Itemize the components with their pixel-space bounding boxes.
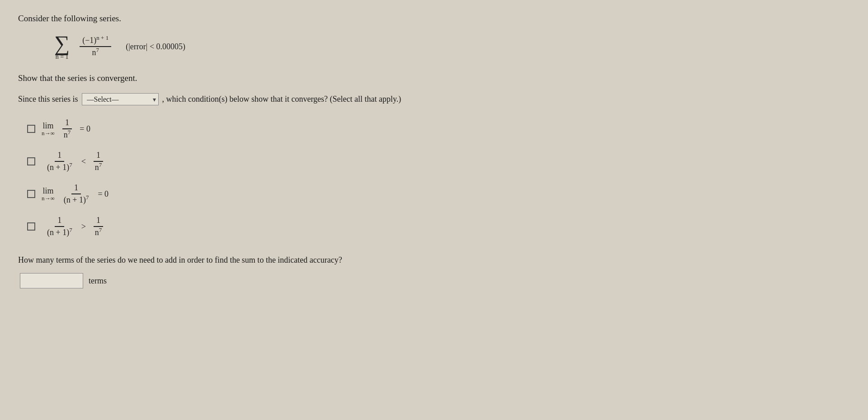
- checkbox-option1[interactable]: [27, 125, 35, 133]
- opt3-num: 1: [71, 183, 81, 194]
- since-suffix: , which condition(s) below show that it …: [162, 94, 401, 104]
- opt4-lhs-den-exp: 7: [69, 227, 72, 233]
- since-line: Since this series is —Select— alternatin…: [18, 93, 470, 105]
- math-expr-option4: 1 (n + 1)7 > 1 n7: [42, 216, 107, 237]
- math-expr-option2: 1 (n + 1)7 < 1 n7: [42, 151, 107, 172]
- opt2-rhs-num: 1: [94, 151, 103, 162]
- option-row-1: lim n→∞ 1 n7 = 0: [27, 118, 470, 140]
- opt2-lhs-fraction: 1 (n + 1)7: [44, 151, 75, 172]
- opt4-rhs-den-exp: 7: [99, 227, 102, 233]
- series-fraction: (−1)n + 1 n7: [80, 36, 111, 57]
- problem-intro: Consider the following series.: [18, 14, 470, 24]
- lim-block-1: lim n→∞: [42, 121, 55, 137]
- math-expr-option3: lim n→∞ 1 (n + 1)7 = 0: [42, 183, 108, 205]
- opt3-fraction: 1 (n + 1)7: [61, 183, 92, 205]
- opt2-rhs-den-exp: 7: [99, 161, 102, 168]
- opt4-rhs-fraction: 1 n7: [92, 216, 105, 237]
- opt3-den-exp: 7: [86, 194, 89, 201]
- opt2-lhs-den: (n + 1)7: [44, 162, 75, 172]
- opt1-equals: = 0: [80, 124, 90, 134]
- fraction-numerator: (−1)n + 1: [80, 36, 111, 47]
- option-row-2: 1 (n + 1)7 < 1 n7: [27, 151, 470, 172]
- checkbox-option2[interactable]: [27, 157, 35, 165]
- fraction-denominator: n7: [89, 47, 102, 57]
- select-wrapper[interactable]: —Select— alternating geometric p-series …: [82, 93, 159, 105]
- opt1-den-exp: 7: [68, 129, 71, 136]
- lim-block-3: lim n→∞: [42, 186, 55, 202]
- opt2-lhs-den-exp: 7: [69, 161, 72, 168]
- opt2-rhs-den: n7: [92, 162, 105, 172]
- denominator-exp: 7: [96, 47, 99, 53]
- option-row-4: 1 (n + 1)7 > 1 n7: [27, 216, 470, 237]
- opt4-lhs-num: 1: [55, 216, 64, 227]
- lim-sub-3: n→∞: [42, 195, 55, 202]
- opt1-fraction: 1 n7: [61, 118, 74, 140]
- opt2-lhs-num: 1: [55, 151, 64, 162]
- lim-sub-1: n→∞: [42, 130, 55, 137]
- content-area: Consider the following series. ∑ n = 1 (…: [18, 14, 470, 288]
- show-convergent-text: Show that the series is convergent.: [18, 73, 470, 83]
- opt2-lt-sign: <: [81, 157, 86, 166]
- series-type-select[interactable]: —Select— alternating geometric p-series …: [82, 93, 159, 105]
- error-condition: (|error| < 0.00005): [126, 42, 185, 52]
- since-prefix: Since this series is: [18, 94, 78, 104]
- opt4-lhs-fraction: 1 (n + 1)7: [44, 216, 75, 237]
- checkbox-option4[interactable]: [27, 222, 35, 231]
- options-section: lim n→∞ 1 n7 = 0 1 (n + 1)7 < 1: [27, 118, 470, 237]
- option-row-3: lim n→∞ 1 (n + 1)7 = 0: [27, 183, 470, 205]
- terms-row: terms: [20, 273, 470, 288]
- opt4-rhs-den: n7: [92, 227, 105, 237]
- checkbox-option3[interactable]: [27, 190, 35, 198]
- series-display: ∑ n = 1 (−1)n + 1 n7 (|error| < 0.00005): [54, 33, 470, 61]
- opt1-den: n7: [61, 129, 74, 140]
- sigma-symbol: ∑: [54, 33, 70, 54]
- opt4-rhs-num: 1: [94, 216, 103, 227]
- opt4-gt-sign: >: [81, 222, 86, 231]
- lim-text-3: lim: [42, 186, 53, 196]
- terms-label: terms: [89, 276, 107, 286]
- terms-input[interactable]: [20, 273, 83, 288]
- opt3-equals: = 0: [98, 189, 108, 199]
- math-expr-option1: lim n→∞ 1 n7 = 0: [42, 118, 90, 140]
- summation-block: ∑ n = 1: [54, 33, 70, 61]
- opt1-num: 1: [62, 118, 72, 129]
- sigma-limit: n = 1: [56, 53, 69, 61]
- opt3-den: (n + 1)7: [61, 194, 92, 205]
- opt4-lhs-den: (n + 1)7: [44, 227, 75, 237]
- lim-text-1: lim: [42, 121, 53, 131]
- numerator-exp: n + 1: [96, 34, 108, 41]
- opt2-rhs-fraction: 1 n7: [92, 151, 105, 172]
- how-many-text: How many terms of the series do we need …: [18, 255, 470, 265]
